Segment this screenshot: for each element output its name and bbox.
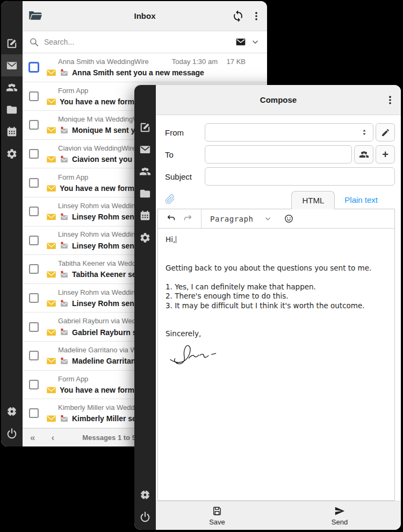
reply-envelope-icon	[60, 270, 69, 279]
sidebar-item-calendar[interactable]	[134, 204, 156, 226]
undo-button[interactable]	[163, 211, 179, 227]
inbox-menu-button[interactable]	[251, 11, 262, 22]
unread-envelope-icon	[46, 155, 56, 164]
email-checkbox[interactable]	[29, 264, 39, 274]
redo-icon	[182, 214, 193, 224]
sidebar-item-mail[interactable]	[134, 138, 156, 160]
sidebar-item-contacts[interactable]	[1, 76, 23, 98]
sidebar-item-compose[interactable]	[134, 116, 156, 138]
plus-icon: +	[382, 148, 388, 161]
save-icon	[212, 506, 222, 516]
prev-page-button[interactable]: ‹	[51, 433, 54, 442]
message-body-editor[interactable]: Hi, Getting back to you about the questi…	[158, 229, 394, 500]
first-page-button[interactable]: «	[30, 433, 35, 442]
sidebar-item-logout[interactable]	[134, 506, 156, 528]
email-checkbox[interactable]	[29, 322, 39, 332]
tab-plain-text[interactable]: Plain text	[335, 190, 387, 209]
email-checkbox[interactable]	[29, 149, 39, 159]
email-checkbox[interactable]	[29, 293, 39, 303]
compose-menu-button[interactable]	[385, 95, 395, 105]
mail-filter-button[interactable]	[235, 37, 246, 47]
unread-envelope-icon	[46, 97, 56, 106]
search-input[interactable]	[44, 38, 231, 46]
send-icon	[334, 506, 345, 516]
paragraph-style-select[interactable]: Paragraph	[207, 211, 275, 227]
calendar-icon	[139, 210, 151, 222]
send-button[interactable]: Send	[278, 501, 401, 530]
reply-envelope-icon	[60, 212, 69, 222]
sidebar-item-calendar[interactable]	[1, 120, 23, 143]
body-line: Hi,	[165, 235, 387, 245]
email-checkbox[interactable]	[29, 178, 39, 188]
kebab-menu-icon	[385, 95, 395, 105]
email-size: 17 KB	[225, 58, 246, 66]
email-checkbox[interactable]	[29, 380, 39, 389]
calendar-icon	[6, 126, 18, 138]
sidebar-item-folders[interactable]	[134, 182, 156, 204]
kebab-menu-icon	[251, 11, 262, 22]
email-checkbox[interactable]	[29, 207, 39, 216]
email-subject-line: Anna Smith sent you a new message	[46, 68, 246, 77]
address-book-button[interactable]	[354, 145, 373, 164]
sidebar-item-settings[interactable]	[134, 226, 156, 249]
body-line: 1. Yes, I can definitely make that happe…	[165, 282, 387, 292]
updown-arrows-icon	[360, 128, 369, 137]
redo-button[interactable]	[179, 211, 196, 227]
sidebar-item-contacts[interactable]	[134, 160, 156, 182]
email-checkbox[interactable]	[29, 408, 39, 418]
email-checkbox[interactable]	[29, 351, 39, 360]
add-recipient-button[interactable]: +	[376, 145, 395, 164]
mail-icon	[139, 144, 151, 155]
contacts-icon	[6, 82, 18, 94]
pagination-label: Messages 1 to 5	[82, 434, 136, 442]
search-options-button[interactable]	[251, 38, 260, 46]
tab-html-label: HTML	[302, 196, 324, 205]
folder-icon	[139, 188, 151, 200]
reply-envelope-icon	[60, 241, 69, 250]
sidebar-item-settings[interactable]	[1, 143, 23, 165]
compose-titlebar: Compose	[156, 85, 401, 115]
body-line	[165, 310, 387, 320]
body-line	[165, 320, 387, 330]
sidebar-item-help[interactable]	[1, 400, 23, 422]
attach-file-button[interactable]	[165, 194, 175, 204]
refresh-button[interactable]	[232, 10, 244, 23]
undo-icon	[166, 214, 177, 224]
email-checkbox[interactable]	[29, 120, 39, 130]
sidebar-item-compose[interactable]	[1, 32, 23, 54]
power-icon	[139, 511, 151, 523]
smiley-icon	[284, 214, 294, 224]
email-checkbox[interactable]	[29, 236, 39, 245]
to-input[interactable]	[205, 145, 352, 164]
power-icon	[6, 428, 18, 439]
sidebar-item-logout[interactable]	[1, 422, 23, 444]
email-checkbox[interactable]	[29, 62, 39, 72]
unread-envelope-icon	[46, 184, 56, 193]
sidebar-item-help[interactable]	[134, 484, 156, 506]
help-icon	[6, 406, 18, 417]
inbox-titlebar: Inbox	[23, 1, 267, 31]
email-checkbox[interactable]	[29, 91, 39, 101]
email-row[interactable]: Anna Smith via WeddingWire Today 1:30 am…	[23, 53, 267, 82]
compose-window: Compose From To + Subject	[134, 85, 401, 530]
edit-identity-button[interactable]	[376, 123, 395, 141]
subject-input[interactable]	[205, 167, 395, 186]
reply-envelope-icon	[60, 357, 69, 366]
unread-envelope-icon	[46, 212, 56, 221]
unread-envelope-icon	[46, 414, 56, 423]
compose-sidebar	[134, 85, 156, 530]
tab-html[interactable]: HTML	[291, 191, 335, 209]
editor-toolbar: Paragraph	[158, 209, 394, 229]
reply-envelope-icon	[60, 68, 69, 77]
gear-icon	[6, 148, 18, 160]
sidebar-item-folders[interactable]	[1, 98, 23, 120]
unread-envelope-icon	[46, 270, 56, 279]
chevron-down-icon	[251, 38, 260, 46]
compose-icon	[6, 38, 18, 49]
pencil-icon	[381, 128, 390, 137]
save-button[interactable]: Save	[156, 501, 278, 530]
emoji-button[interactable]	[280, 211, 297, 227]
sidebar-item-mail[interactable]	[1, 54, 23, 76]
from-select[interactable]	[205, 123, 373, 141]
reply-envelope-icon	[60, 328, 69, 337]
